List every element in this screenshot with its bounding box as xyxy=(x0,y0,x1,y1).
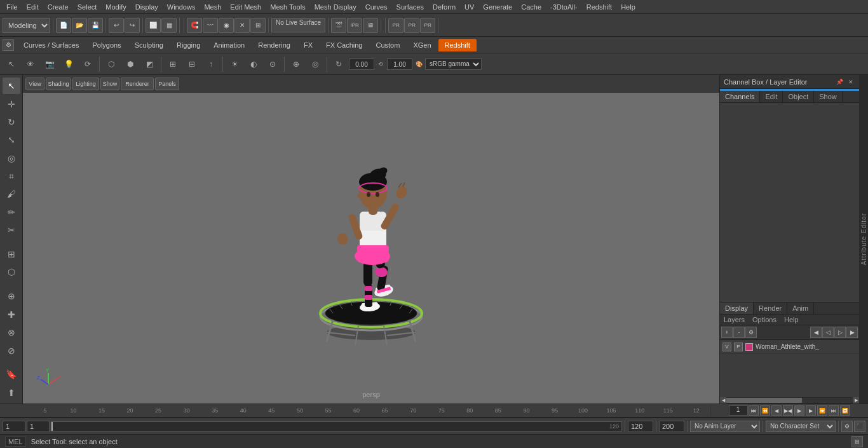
redo-btn[interactable]: ↪ xyxy=(125,18,140,33)
menu-select[interactable]: Select xyxy=(74,2,101,12)
layer-scrollbar[interactable]: ◀ ▶ xyxy=(720,397,859,404)
modeling-dropdown[interactable]: Modeling xyxy=(3,18,50,33)
menu-redshift[interactable]: Redshift xyxy=(583,2,616,12)
menu-mesh-display[interactable]: Mesh Display xyxy=(311,2,360,12)
texture-display-btn[interactable]: ◩ xyxy=(140,55,158,73)
range-max-field[interactable] xyxy=(659,421,684,432)
play-back-btn[interactable]: ▶◀ xyxy=(783,405,793,416)
channel-box-pin-btn[interactable]: 📌 xyxy=(834,78,845,86)
script-editor-btn[interactable]: ⊞ xyxy=(851,436,863,447)
undo-btn[interactable]: ↩ xyxy=(109,18,124,33)
menu-3dto-all[interactable]: -3DtoAll- xyxy=(546,2,581,12)
hud-btn[interactable]: ⊟ xyxy=(183,55,201,73)
timeline-scrubber[interactable]: 120 xyxy=(51,421,622,431)
lighting-btn[interactable]: ☀ xyxy=(226,55,243,73)
menu-cache[interactable]: Cache xyxy=(517,2,545,12)
point-snap-btn[interactable]: ✕ xyxy=(234,18,250,33)
layer-row-default[interactable]: V P Woman_Athlete_with_ xyxy=(720,340,859,354)
next-key-btn[interactable]: ⏩ xyxy=(817,405,827,416)
current-frame-display[interactable]: 1 xyxy=(729,405,748,416)
layer-options-btn[interactable]: ⚙ xyxy=(745,327,757,338)
menu-help[interactable]: Help xyxy=(617,2,639,12)
go-end-btn[interactable]: ⏭ xyxy=(829,405,839,416)
rotate-tool-btn[interactable]: ↻ xyxy=(3,114,20,130)
gamma-select[interactable]: sRGB gamma xyxy=(425,58,482,70)
pr-btn2[interactable]: PR xyxy=(404,18,419,33)
soft-select-btn[interactable]: ◎ xyxy=(3,150,20,166)
scrollbar-track[interactable] xyxy=(726,398,853,403)
menu-edit[interactable]: Edit xyxy=(23,2,43,12)
vp-shading-menu[interactable]: Shading xyxy=(46,78,71,90)
menu-uv[interactable]: UV xyxy=(461,2,478,12)
pr-btn3[interactable]: PR xyxy=(420,18,435,33)
coord-y-field[interactable]: 1.00 xyxy=(387,58,412,70)
tab-fx-caching[interactable]: FX Caching xyxy=(320,39,369,51)
loop-btn[interactable]: 🔁 xyxy=(840,405,850,416)
vp-view-menu[interactable]: View xyxy=(25,78,44,90)
step-back-btn[interactable]: ◀ xyxy=(771,405,782,416)
xray-btn[interactable]: ⊕ xyxy=(287,55,305,73)
menu-mesh-tools[interactable]: Mesh Tools xyxy=(266,2,309,12)
tab-redshift[interactable]: Redshift xyxy=(438,39,477,51)
menu-windows[interactable]: Windows xyxy=(163,2,200,12)
isolate-btn[interactable]: ◎ xyxy=(306,55,324,73)
tab-rendering[interactable]: Rendering xyxy=(252,39,297,51)
layer-arrow-right2-btn[interactable]: ▷ xyxy=(834,327,846,338)
tab-fx[interactable]: FX xyxy=(297,39,319,51)
shadow-btn[interactable]: ◐ xyxy=(245,55,262,73)
show-manipulator-btn[interactable]: ⊞ xyxy=(3,246,20,262)
anim-layer-dropdown[interactable]: No Anim Layer xyxy=(690,421,760,432)
layer-tab-display[interactable]: Display xyxy=(720,302,754,314)
prev-key-btn[interactable]: ⏪ xyxy=(760,405,770,416)
menu-create[interactable]: Create xyxy=(44,2,72,12)
tab-object[interactable]: Object xyxy=(783,91,814,102)
render-btn[interactable]: 🎬 xyxy=(331,18,346,33)
knife-btn[interactable]: ✂ xyxy=(3,222,20,238)
wire-display-btn[interactable]: ⬡ xyxy=(102,55,120,73)
magnet-snap-btn[interactable]: 🧲 xyxy=(187,18,202,33)
tab-xgen[interactable]: XGen xyxy=(407,39,437,51)
channel-box-close-btn[interactable]: ✕ xyxy=(846,78,855,86)
normals-btn[interactable]: ↑ xyxy=(202,55,220,73)
go-start-btn[interactable]: ⏮ xyxy=(749,405,759,416)
menu-curves[interactable]: Curves xyxy=(362,2,391,12)
select-mode-btn[interactable]: ⬜ xyxy=(146,18,161,33)
ipr-btn[interactable]: IPR xyxy=(347,18,362,33)
vp-show-menu[interactable]: Show xyxy=(100,78,119,90)
snap-to-grid-btn[interactable]: ⊕ xyxy=(3,288,20,304)
viewport-3d[interactable]: View Shading Lighting Show Renderer Pane… xyxy=(23,75,719,404)
open-scene-btn[interactable]: 📂 xyxy=(72,18,87,33)
snap-to-point-btn[interactable]: ✚ xyxy=(3,306,20,323)
menu-surfaces[interactable]: Surfaces xyxy=(393,2,428,12)
tab-custom[interactable]: Custom xyxy=(370,39,407,51)
snap-to-curve-btn[interactable]: ⊘ xyxy=(3,342,20,358)
shaded-display-btn[interactable]: ⬢ xyxy=(121,55,139,73)
grid-btn[interactable]: ⊞ xyxy=(164,55,182,73)
component-edit-btn[interactable]: ⬡ xyxy=(3,264,20,280)
menu-generate[interactable]: Generate xyxy=(479,2,516,12)
vp-panels-menu[interactable]: Panels xyxy=(155,78,179,90)
pr-btn1[interactable]: PR xyxy=(388,18,403,33)
layer-visibility-btn[interactable]: V xyxy=(722,343,731,351)
vp-renderer-menu[interactable]: Renderer xyxy=(121,78,154,90)
scale-tool-btn[interactable]: ⤡ xyxy=(3,132,20,148)
menu-file[interactable]: File xyxy=(3,2,22,12)
range-end-field[interactable] xyxy=(628,421,653,432)
menu-edit-mesh[interactable]: Edit Mesh xyxy=(226,2,265,12)
layer-arrow-left2-btn[interactable]: ◁ xyxy=(822,327,834,338)
camera-icon-btn[interactable]: 📷 xyxy=(41,55,58,73)
display-btn[interactable]: 🖥 xyxy=(363,18,378,33)
tab-show[interactable]: Show xyxy=(814,91,843,102)
tab-edit[interactable]: Edit xyxy=(760,91,783,102)
new-layer-btn[interactable]: + xyxy=(721,327,733,338)
scrollbar-left-arrow[interactable]: ◀ xyxy=(720,397,726,404)
layer-tab-anim[interactable]: Anim xyxy=(787,302,814,314)
menu-deform[interactable]: Deform xyxy=(429,2,459,12)
surface-snap-btn[interactable]: ◉ xyxy=(219,18,234,33)
new-scene-btn[interactable]: 📄 xyxy=(56,18,71,33)
layer-arrow-right-btn[interactable]: ▶ xyxy=(846,327,858,338)
layer-menu-options[interactable]: Options xyxy=(749,315,780,325)
select-type-btn[interactable]: ▦ xyxy=(161,18,177,33)
char-set-dropdown[interactable]: No Character Set xyxy=(766,421,836,432)
layer-menu-layers[interactable]: Layers xyxy=(720,315,749,325)
